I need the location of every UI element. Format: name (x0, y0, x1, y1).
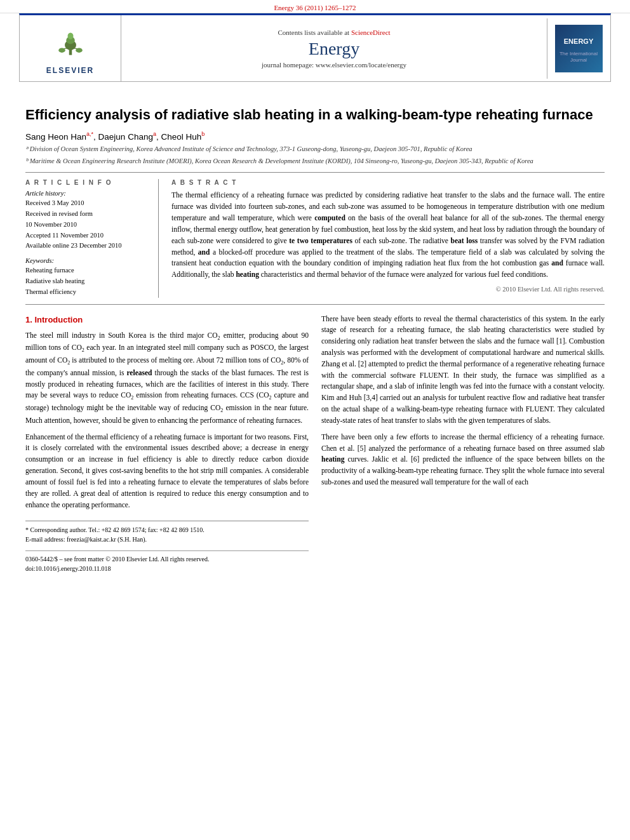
revised-date: 10 November 2010 (25, 220, 148, 230)
journal-center: Contents lists available at ScienceDirec… (121, 23, 547, 74)
copyright-line: © 2010 Elsevier Ltd. All rights reserved… (171, 286, 605, 293)
energy-badge-icon: ENERGY The International Journal (555, 25, 603, 72)
divider-1 (25, 172, 605, 173)
body-left-col: 1. Introduction The steel mill industry … (25, 314, 309, 574)
footer-doi: doi:10.1016/j.energy.2010.11.018 (25, 564, 309, 573)
footnote-area: * Corresponding author. Tel.: +82 42 869… (25, 521, 309, 544)
body-right-col: There have been steady efforts to reveal… (321, 314, 605, 574)
journal-badge-area: ENERGY The International Journal (547, 18, 610, 79)
section1-title: 1. Introduction (25, 314, 309, 326)
svg-text:Journal: Journal (570, 57, 587, 63)
article-info-heading: A R T I C L E I N F O (25, 179, 148, 186)
footer-bar: 0360-5442/$ – see front matter © 2010 El… (25, 550, 309, 573)
divider-2 (25, 304, 605, 305)
footnote-corresponding: * Corresponding author. Tel.: +82 42 869… (25, 525, 309, 535)
svg-point-5 (76, 48, 83, 53)
citation-text: Energy 36 (2011) 1265–1272 (274, 4, 356, 11)
keywords-label: Keywords: (25, 257, 148, 264)
accepted-date: Accepted 11 November 2010 (25, 230, 148, 241)
keyword-1: Reheating furnace (25, 265, 148, 276)
footer-issn: 0360-5442/$ – see front matter © 2010 El… (25, 554, 309, 564)
abstract-col: A B S T R A C T The thermal efficiency o… (171, 179, 605, 297)
received-date: Received 3 May 2010 (25, 198, 148, 208)
body-para-1: The steel mill industry in South Korea i… (25, 330, 309, 427)
svg-rect-6 (555, 25, 603, 72)
body-para-4: There have been only a few efforts to in… (321, 432, 605, 488)
info-abstract-section: A R T I C L E I N F O Article history: R… (25, 179, 605, 297)
available-date: Available online 23 December 2010 (25, 241, 148, 251)
article-history-label: Article history: (25, 190, 148, 197)
body-section: 1. Introduction The steel mill industry … (25, 314, 605, 574)
keyword-3: Thermal efficiency (25, 287, 148, 298)
authors-line: Sang Heon Hana,*, Daejun Changa, Cheol H… (25, 131, 605, 142)
main-content: Efficiency analysis of radiative slab he… (0, 82, 630, 586)
sciencedirect-link[interactable]: ScienceDirect (351, 29, 391, 36)
elsevier-logo (32, 22, 109, 66)
energy-badge: ENERGY The International Journal (555, 25, 603, 72)
elsevier-logo-area: ELSEVIER (20, 15, 121, 81)
elsevier-label: ELSEVIER (46, 66, 94, 75)
article-info-col: A R T I C L E I N F O Article history: R… (25, 179, 159, 297)
body-para-2: Enhancement of the thermal efficiency of… (25, 432, 309, 511)
contents-line: Contents lists available at ScienceDirec… (126, 29, 542, 36)
journal-url: journal homepage: www.elsevier.com/locat… (126, 61, 542, 69)
affiliation-a: ᵃ Division of Ocean System Engineering, … (25, 145, 605, 154)
footnote-email: E-mail address: freezia@kaist.ac.kr (S.H… (25, 535, 309, 544)
svg-point-3 (67, 32, 73, 39)
received-revised-label: Received in revised form (25, 209, 148, 219)
journal-title: Energy (126, 39, 542, 59)
body-para-3: There have been steady efforts to reveal… (321, 314, 605, 427)
abstract-text: The thermal efficiency of a reheating fu… (171, 190, 605, 281)
abstract-heading: A B S T R A C T (171, 179, 605, 186)
affiliation-b: ᵇ Maritime & Ocean Engineering Research … (25, 157, 605, 166)
journal-header: ELSEVIER Contents lists available at Sci… (19, 13, 611, 82)
keyword-2: Radiative slab heating (25, 276, 148, 287)
article-title: Efficiency analysis of radiative slab he… (25, 106, 605, 124)
citation-bar: Energy 36 (2011) 1265–1272 (0, 0, 630, 13)
svg-point-4 (58, 48, 65, 53)
svg-text:The International: The International (560, 51, 598, 57)
elsevier-tree-icon (51, 29, 90, 57)
svg-text:ENERGY: ENERGY (564, 37, 594, 45)
